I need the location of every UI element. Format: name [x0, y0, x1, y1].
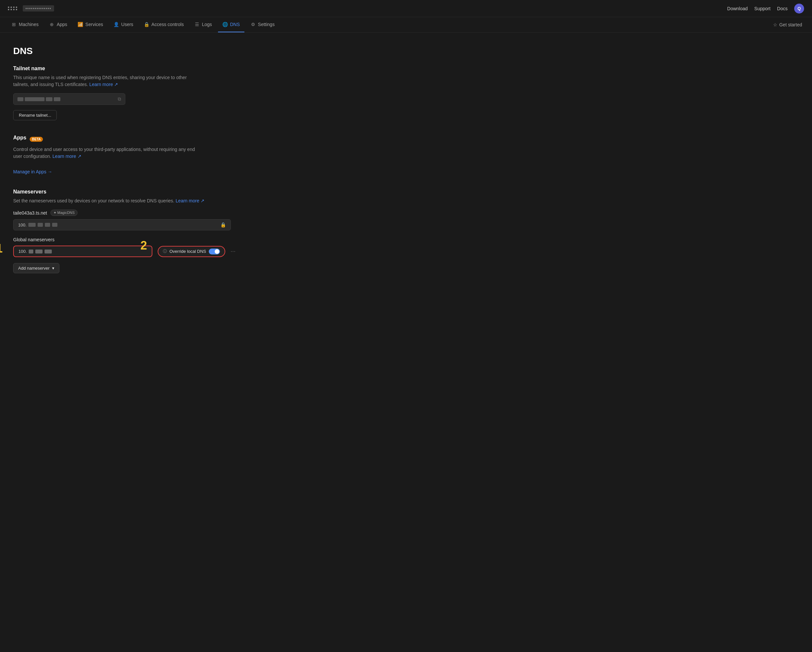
override-dns-toggle-container[interactable]: ⓘ Override local DNS — [158, 246, 225, 257]
download-link[interactable]: Download — [727, 6, 748, 11]
nav-item-services[interactable]: 📶 Services — [73, 17, 108, 32]
nav-item-apps[interactable]: ⊕ Apps — [44, 17, 72, 32]
apps-icon: ⊕ — [49, 22, 54, 27]
nameservers-desc: Set the nameservers used by devices on y… — [13, 198, 251, 204]
chevron-down-icon: ▾ — [52, 266, 54, 271]
nav-item-machines[interactable]: ⊞ Machines — [7, 17, 43, 32]
tailnet-name-input: ⧉ — [13, 93, 125, 105]
nameservers-heading: Nameservers — [13, 189, 251, 195]
apps-learn-more-link[interactable]: Learn more ↗ — [52, 154, 81, 159]
info-icon: ⓘ — [163, 248, 167, 254]
override-dns-toggle[interactable] — [209, 248, 220, 254]
tailnet-name-section: Tailnet name This unique name is used wh… — [13, 66, 251, 120]
nameserver-input-row: 100. 🔒 — [13, 219, 231, 230]
tailnet-name-desc: This unique name is used when registerin… — [13, 74, 251, 88]
machines-icon: ⊞ — [11, 22, 17, 27]
beta-badge: Beta — [30, 137, 43, 142]
logo: ▪▪▪▪▪▪▪▪▪▪▪▪▪▪ — [23, 5, 54, 12]
tailnet-name-heading: Tailnet name — [13, 66, 251, 72]
services-icon: 📶 — [78, 22, 83, 27]
global-ns-label: Global nameservers — [13, 237, 251, 242]
nav-item-users[interactable]: 👤 Users — [109, 17, 138, 32]
logs-icon: ☰ — [194, 22, 200, 27]
global-ns-input[interactable]: 100. — [13, 245, 153, 257]
dns-icon: 🌐 — [223, 22, 228, 27]
annotation-1: 1 — [0, 242, 3, 256]
nav-item-settings[interactable]: ⚙ Settings — [246, 17, 279, 32]
topbar-right: Download Support Docs Q — [727, 4, 804, 14]
nav-item-access-controls[interactable]: 🔒 Access controls — [139, 17, 188, 32]
topbar-left: ▪▪▪▪▪▪▪▪▪▪▪▪▪▪ — [8, 5, 54, 12]
access-controls-icon: 🔒 — [144, 22, 149, 27]
nav-item-dns[interactable]: 🌐 DNS — [218, 17, 245, 32]
support-link[interactable]: Support — [754, 6, 771, 11]
lock-icon: 🔒 — [220, 222, 226, 227]
apps-heading: Apps — [13, 135, 26, 141]
main-content: DNS Tailnet name This unique name is use… — [0, 33, 264, 301]
more-options-button[interactable]: ··· — [229, 248, 238, 255]
get-started-link[interactable]: ☆ Get started — [770, 17, 805, 32]
main-nav: ⊞ Machines ⊕ Apps 📶 Services 👤 Users 🔒 A… — [0, 17, 812, 33]
nameserver-domain-row: taile043a3.ts.net ✦ MagicDNS — [13, 210, 251, 216]
copy-icon[interactable]: ⧉ — [118, 96, 121, 102]
topbar: ▪▪▪▪▪▪▪▪▪▪▪▪▪▪ Download Support Docs Q — [0, 0, 812, 17]
app-grid-icon[interactable] — [8, 7, 17, 10]
users-icon: 👤 — [114, 22, 119, 27]
nameservers-learn-more-link[interactable]: Learn more ↗ — [176, 198, 205, 203]
settings-icon: ⚙ — [250, 22, 256, 27]
nameserver-value: 100. — [18, 222, 220, 227]
page-title: DNS — [13, 46, 251, 56]
domain-name: taile043a3.ts.net — [13, 210, 47, 216]
manage-in-apps-link[interactable]: Manage in Apps → — [13, 169, 52, 174]
tailnet-learn-more-link[interactable]: Learn more ↗ — [89, 82, 118, 87]
tailnet-name-value — [17, 97, 115, 101]
override-dns-label: Override local DNS — [169, 249, 206, 254]
add-nameserver-button[interactable]: Add nameserver ▾ — [13, 263, 60, 273]
apps-title-row: Apps Beta — [13, 135, 251, 143]
rename-tailnet-button[interactable]: Rename tailnet... — [13, 110, 57, 120]
docs-link[interactable]: Docs — [777, 6, 788, 11]
nav-item-logs[interactable]: ☰ Logs — [190, 17, 216, 32]
nameservers-section: Nameservers Set the nameservers used by … — [13, 189, 251, 273]
apps-desc: Control device and user access to your t… — [13, 146, 251, 160]
user-avatar[interactable]: Q — [794, 4, 804, 14]
magic-dns-badge: ✦ MagicDNS — [50, 210, 78, 216]
star-icon: ☆ — [773, 22, 777, 27]
apps-section: Apps Beta Control device and user access… — [13, 135, 251, 174]
